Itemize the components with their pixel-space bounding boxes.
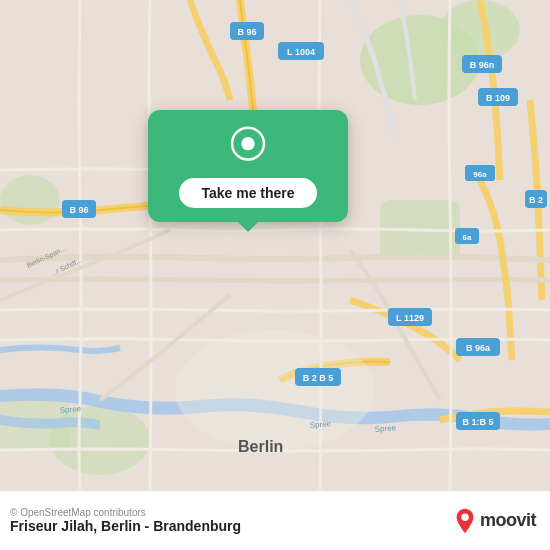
location-card[interactable]: Take me there <box>148 110 348 222</box>
location-pin-icon <box>227 126 269 168</box>
svg-text:B 96a: B 96a <box>466 343 491 353</box>
map-container: B 96 B 96 B 96n L 1004 B 109 96a 6a B 2 … <box>0 0 550 490</box>
svg-text:B 2 B 5: B 2 B 5 <box>303 373 334 383</box>
svg-text:96a: 96a <box>473 170 487 179</box>
svg-text:Spree: Spree <box>309 419 332 430</box>
svg-text:B 96: B 96 <box>69 205 88 215</box>
svg-text:L 1004: L 1004 <box>287 47 315 57</box>
bottom-bar-info: © OpenStreetMap contributors Friseur Jil… <box>10 507 241 534</box>
svg-text:Spree: Spree <box>374 423 397 434</box>
attribution-text: © OpenStreetMap contributors <box>10 507 241 518</box>
svg-text:L 1129: L 1129 <box>396 313 424 323</box>
svg-text:Spree: Spree <box>59 404 82 415</box>
svg-point-39 <box>241 137 254 150</box>
svg-text:B 109: B 109 <box>486 93 510 103</box>
svg-text:6a: 6a <box>463 233 472 242</box>
svg-text:B 96: B 96 <box>237 27 256 37</box>
svg-point-40 <box>461 513 468 520</box>
moovit-logo: moovit <box>453 507 536 535</box>
location-name: Friseur Jilah, Berlin - Brandenburg <box>10 518 241 534</box>
moovit-pin-icon <box>453 507 477 535</box>
svg-point-3 <box>0 175 60 225</box>
moovit-brand-text: moovit <box>480 510 536 531</box>
svg-text:Berlin: Berlin <box>238 438 283 455</box>
take-me-there-button[interactable]: Take me there <box>179 178 316 208</box>
svg-text:B 1:B 5: B 1:B 5 <box>462 417 493 427</box>
bottom-bar: © OpenStreetMap contributors Friseur Jil… <box>0 490 550 550</box>
svg-point-7 <box>175 330 375 450</box>
svg-text:B 2: B 2 <box>529 195 543 205</box>
svg-text:B 96n: B 96n <box>470 60 495 70</box>
map-background: B 96 B 96 B 96n L 1004 B 109 96a 6a B 2 … <box>0 0 550 490</box>
